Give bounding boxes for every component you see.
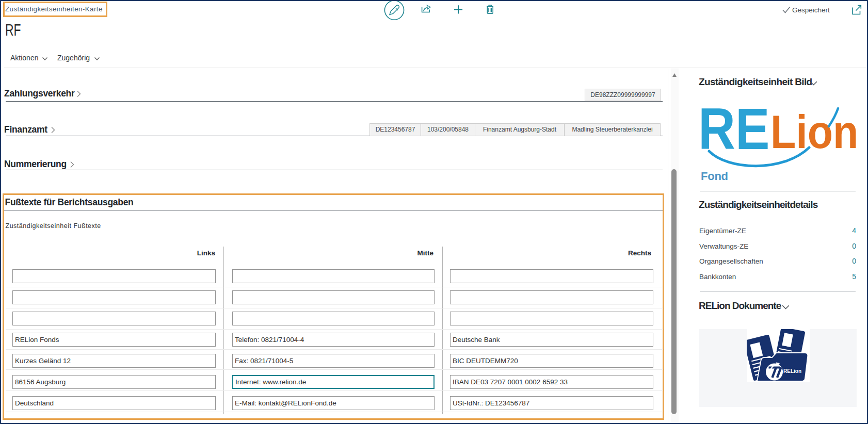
svg-text:RELion: RELion xyxy=(783,368,801,374)
